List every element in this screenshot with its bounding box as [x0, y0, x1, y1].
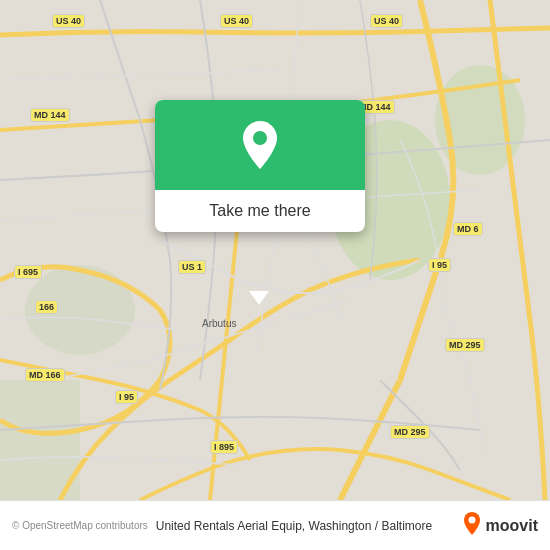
popup-button-area[interactable]: Take me there	[155, 190, 365, 232]
svg-point-5	[253, 131, 267, 145]
road-label-i695: I 695	[14, 265, 42, 279]
moovit-logo: moovit	[462, 511, 538, 540]
road-label-md144-l: MD 144	[30, 108, 70, 122]
road-label-166: 166	[35, 300, 58, 314]
road-label-i95-r: I 95	[428, 258, 451, 272]
road-label-i895: I 895	[210, 440, 238, 454]
location-name: United Rentals Aerial Equip, Washington …	[156, 519, 454, 533]
popup-icon-area	[155, 100, 365, 190]
moovit-pin-icon	[462, 511, 482, 540]
place-label-arbutus: Arbutus	[202, 318, 236, 329]
bottom-bar: © OpenStreetMap contributors United Rent…	[0, 500, 550, 550]
copyright-text: © OpenStreetMap contributors	[12, 520, 148, 531]
location-pin-icon	[239, 119, 281, 171]
popup-card: Take me there	[155, 100, 365, 232]
map-container: US 40 US 40 US 40 MD 144 MD 144 I 695 16…	[0, 0, 550, 500]
road-label-md295-br: MD 295	[390, 425, 430, 439]
moovit-wordmark: moovit	[486, 517, 538, 535]
take-me-there-button[interactable]: Take me there	[209, 202, 310, 220]
popup-pointer	[249, 291, 269, 305]
road-label-md166: MD 166	[25, 368, 65, 382]
road-label-us40-tm: US 40	[220, 14, 253, 28]
road-label-us40-tr: US 40	[370, 14, 403, 28]
map-svg	[0, 0, 550, 500]
road-label-us1: US 1	[178, 260, 206, 274]
road-label-us40-tl: US 40	[52, 14, 85, 28]
road-label-md295-r: MD 295	[445, 338, 485, 352]
svg-point-6	[468, 517, 475, 524]
road-label-md6: MD 6	[453, 222, 483, 236]
road-label-i95-b: I 95	[115, 390, 138, 404]
